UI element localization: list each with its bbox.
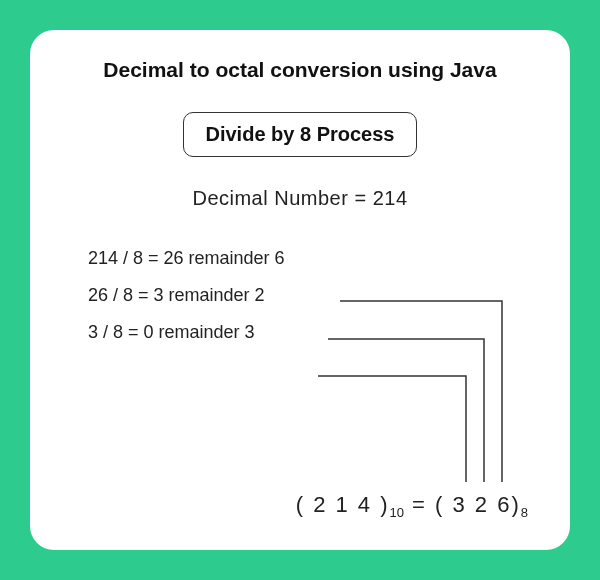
step-row: 26 / 8 = 3 remainder 2 bbox=[88, 285, 538, 306]
step-text: 26 / 8 = 3 remainder 2 bbox=[88, 285, 328, 306]
step-text: 214 / 8 = 26 remainder 6 bbox=[88, 248, 328, 269]
division-steps: 214 / 8 = 26 remainder 6 26 / 8 = 3 rema… bbox=[62, 248, 538, 343]
step-row: 3 / 8 = 0 remainder 3 bbox=[88, 322, 538, 343]
step-text: 3 / 8 = 0 remainder 3 bbox=[88, 322, 328, 343]
step-row: 214 / 8 = 26 remainder 6 bbox=[88, 248, 538, 269]
process-box: Divide by 8 Process bbox=[183, 112, 418, 157]
result-equation: ( 2 1 4 )10 = ( 3 2 6)8 bbox=[296, 492, 528, 520]
octal-base: 8 bbox=[521, 505, 528, 520]
decimal-base: 10 bbox=[390, 505, 404, 520]
content-card: Decimal to octal conversion using Java D… bbox=[30, 30, 570, 550]
octal-tuple: ( 3 2 6) bbox=[435, 492, 521, 517]
process-row: Divide by 8 Process bbox=[62, 112, 538, 157]
equals-sign: = bbox=[404, 492, 435, 517]
decimal-number-line: Decimal Number = 214 bbox=[62, 187, 538, 210]
page-title: Decimal to octal conversion using Java bbox=[62, 58, 538, 82]
decimal-tuple: ( 2 1 4 ) bbox=[296, 492, 390, 517]
